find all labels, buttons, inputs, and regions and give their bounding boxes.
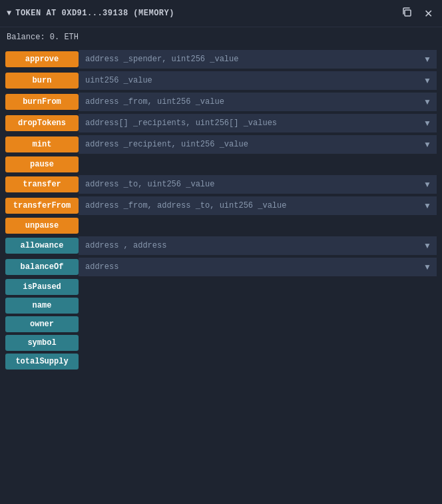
function-button-name[interactable]: name [5, 298, 79, 314]
contract-title: TOKEN AT 0XD91...39138 (MEMORY) [15, 9, 174, 18]
collapse-icon[interactable]: ▼ [7, 9, 11, 18]
function-row: unpause [5, 218, 437, 234]
function-row: burnFromaddress _from, uint256 _value▼ [5, 93, 437, 111]
close-button[interactable]: ✕ [421, 6, 435, 21]
contract-functions: approveaddress _spender, uint256 _value▼… [0, 47, 442, 378]
function-row: totalSupply [5, 354, 437, 370]
header-left: ▼ TOKEN AT 0XD91...39138 (MEMORY) [7, 9, 174, 18]
function-expand-burnFrom[interactable]: ▼ [418, 93, 437, 111]
function-row: pause [5, 156, 437, 172]
function-button-isPaused[interactable]: isPaused [5, 279, 79, 295]
copy-button[interactable] [399, 5, 415, 21]
function-button-transfer[interactable]: transfer [5, 176, 79, 192]
header: ▼ TOKEN AT 0XD91...39138 (MEMORY) ✕ [0, 0, 442, 27]
function-row: transferFromaddress _from, address _to, … [5, 196, 437, 215]
function-expand-allowance[interactable]: ▼ [418, 236, 437, 255]
function-row: isPaused [5, 279, 437, 295]
function-row: symbol [5, 335, 437, 351]
function-row: approveaddress _spender, uint256 _value▼ [5, 50, 437, 69]
function-button-mint[interactable]: mint [5, 136, 79, 152]
function-row: owner [5, 316, 437, 332]
function-button-dropTokens[interactable]: dropTokens [5, 115, 79, 131]
function-expand-mint[interactable]: ▼ [418, 135, 437, 154]
function-button-burnFrom[interactable]: burnFrom [5, 94, 79, 110]
main-container: ▼ TOKEN AT 0XD91...39138 (MEMORY) ✕ Bala… [0, 0, 442, 378]
function-row: name [5, 298, 437, 314]
function-row: balanceOfaddress▼ [5, 258, 437, 276]
function-expand-transferFrom[interactable]: ▼ [418, 196, 437, 215]
function-params-transferFrom: address _from, address _to, uint256 _val… [79, 196, 418, 215]
function-row: dropTokensaddress[] _recipients, uint256… [5, 114, 437, 132]
function-expand-approve[interactable]: ▼ [418, 50, 437, 69]
function-expand-transfer[interactable]: ▼ [418, 175, 437, 194]
function-button-pause[interactable]: pause [5, 156, 79, 172]
function-button-approve[interactable]: approve [5, 51, 79, 67]
svg-rect-0 [405, 10, 411, 16]
function-expand-balanceOf[interactable]: ▼ [418, 258, 437, 276]
function-row: allowanceaddress , address▼ [5, 236, 437, 255]
function-row: mintaddress _recipient, uint256 _value▼ [5, 135, 437, 154]
function-button-allowance[interactable]: allowance [5, 238, 79, 254]
function-params-allowance: address , address [79, 236, 418, 255]
function-row: burnuint256 _value▼ [5, 71, 437, 90]
function-button-transferFrom[interactable]: transferFrom [5, 198, 79, 214]
header-icons: ✕ [399, 5, 435, 21]
function-button-symbol[interactable]: symbol [5, 335, 79, 351]
function-button-owner[interactable]: owner [5, 316, 79, 332]
function-button-unpause[interactable]: unpause [5, 218, 79, 234]
function-params-mint: address _recipient, uint256 _value [79, 135, 418, 154]
function-params-burnFrom: address _from, uint256 _value [79, 93, 418, 111]
function-button-burn[interactable]: burn [5, 73, 79, 89]
function-params-burn: uint256 _value [79, 71, 418, 90]
function-params-dropTokens: address[] _recipients, uint256[] _values [79, 114, 418, 132]
function-params-approve: address _spender, uint256 _value [79, 50, 418, 69]
function-params-balanceOf: address [79, 258, 418, 276]
function-expand-burn[interactable]: ▼ [418, 71, 437, 90]
function-expand-dropTokens[interactable]: ▼ [418, 114, 437, 132]
function-button-totalSupply[interactable]: totalSupply [5, 354, 79, 370]
function-button-balanceOf[interactable]: balanceOf [5, 259, 79, 275]
balance-display: Balance: 0. ETH [0, 27, 442, 47]
function-params-transfer: address _to, uint256 _value [79, 175, 418, 194]
function-row: transferaddress _to, uint256 _value▼ [5, 175, 437, 194]
